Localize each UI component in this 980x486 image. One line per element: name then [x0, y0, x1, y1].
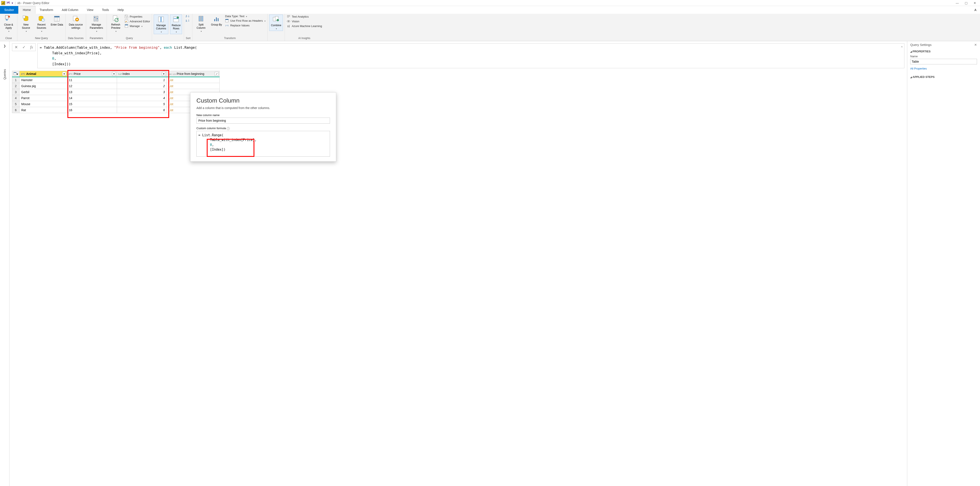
- split-column-button[interactable]: Split Column: [194, 14, 208, 33]
- row-number: 5: [12, 101, 19, 107]
- text-analytics-button[interactable]: Text Analytics: [286, 14, 322, 19]
- table-row[interactable]: 3Gerbil133List: [12, 89, 220, 95]
- cell-animal[interactable]: Mouse: [19, 101, 67, 107]
- col-header-price[interactable]: AᴮCPrice▼: [67, 71, 117, 77]
- manage-columns-button[interactable]: Manage Columns: [154, 14, 168, 34]
- close-window-button[interactable]: ✕: [974, 1, 976, 5]
- svg-rect-2: [4, 2, 4, 4]
- ribbon-group-ai: Text Analytics Vision Azure Machine Lear…: [285, 14, 324, 41]
- cell-index[interactable]: 1: [117, 77, 167, 83]
- col-header-index[interactable]: 1.2Index▼: [117, 71, 167, 77]
- tab-home[interactable]: Home: [18, 6, 35, 14]
- title-bar: ▾ | xb - Power Query Editor — ▢ ✕: [0, 0, 980, 6]
- aml-button[interactable]: Azure Machine Learning: [286, 24, 322, 28]
- cell-list[interactable]: List: [167, 83, 220, 89]
- vision-button[interactable]: Vision: [286, 19, 322, 23]
- cell-price[interactable]: 12: [67, 83, 117, 89]
- cell-index[interactable]: 6: [117, 107, 167, 113]
- close-settings-icon[interactable]: ✕: [974, 43, 977, 47]
- maximize-button[interactable]: ▢: [965, 1, 967, 5]
- filter-icon[interactable]: ▼: [112, 72, 116, 76]
- row-number: 3: [12, 89, 19, 95]
- cell-price[interactable]: 14: [67, 95, 117, 101]
- table-row[interactable]: 4Parrot144List: [12, 95, 220, 101]
- new-source-button[interactable]: New Source: [19, 14, 33, 33]
- fx-icon[interactable]: fx: [28, 45, 35, 49]
- formula-cancel-icon[interactable]: ✕: [12, 45, 20, 49]
- cell-price[interactable]: 16: [67, 107, 117, 113]
- filter-icon[interactable]: ▼: [62, 72, 66, 76]
- sort-desc-icon[interactable]: ZA: [186, 19, 191, 22]
- cell-index[interactable]: 3: [117, 89, 167, 95]
- group-label-columns-rows: [154, 36, 182, 41]
- data-type-button[interactable]: Data Type: Text: [225, 14, 266, 18]
- cell-animal[interactable]: Hamster: [19, 77, 67, 83]
- manage-button[interactable]: Manage: [124, 24, 150, 28]
- combine-button[interactable]: + Combine: [269, 14, 283, 31]
- query-name-input[interactable]: [910, 59, 977, 64]
- replace-values-button[interactable]: 12 Replace Values: [225, 24, 266, 27]
- table-row[interactable]: 1Hamster111List: [12, 77, 220, 83]
- sort-asc-icon[interactable]: AZ: [186, 14, 191, 17]
- recent-sources-button[interactable]: Recent Sources: [35, 14, 48, 33]
- expand-queries-icon[interactable]: ❯: [3, 44, 6, 48]
- table-row[interactable]: 6Rat166List: [12, 107, 220, 113]
- custom-column-dialog: Custom Column Add a column that is compu…: [190, 92, 336, 162]
- table-row[interactable]: 2Guinea pig122List: [12, 83, 220, 89]
- tab-file[interactable]: Soubor: [0, 6, 18, 14]
- cell-index[interactable]: 2: [117, 83, 167, 89]
- col-header-animal[interactable]: AᴮCAnimal▼: [19, 71, 67, 77]
- tab-help[interactable]: Help: [113, 6, 128, 14]
- info-icon[interactable]: i: [227, 127, 230, 130]
- table-row[interactable]: 5Mouse155List: [12, 101, 220, 107]
- cell-animal[interactable]: Gerbil: [19, 89, 67, 95]
- cell-animal[interactable]: Parrot: [19, 95, 67, 101]
- data-source-settings-button[interactable]: Data source settings: [67, 14, 84, 30]
- close-apply-button[interactable]: Close & Apply: [2, 14, 16, 33]
- reduce-rows-button[interactable]: + Reduce Rows: [170, 14, 182, 34]
- cell-index[interactable]: 4: [117, 95, 167, 101]
- table-corner-button[interactable]: ▾: [12, 71, 19, 77]
- collapse-ribbon-icon[interactable]: ⮝: [971, 6, 980, 14]
- tab-view[interactable]: View: [83, 6, 98, 14]
- new-column-name-input[interactable]: [196, 118, 330, 124]
- group-label-combine: [269, 36, 283, 41]
- svg-text:A: A: [186, 20, 187, 22]
- cell-price[interactable]: 15: [67, 101, 117, 107]
- dialog-subtitle: Add a column that is computed from the o…: [196, 106, 330, 110]
- advanced-editor-button[interactable]: Advanced Editor: [124, 19, 150, 23]
- all-properties-link[interactable]: All Properties: [910, 67, 927, 70]
- save-icon[interactable]: [6, 1, 10, 5]
- tab-tools[interactable]: Tools: [98, 6, 113, 14]
- qat-dropdown-icon[interactable]: ▾: [11, 1, 13, 5]
- name-label: Name: [910, 55, 977, 58]
- cell-list[interactable]: List: [167, 77, 220, 83]
- tab-add-column[interactable]: Add Column: [57, 6, 83, 14]
- refresh-preview-button[interactable]: Refresh Preview: [109, 14, 123, 33]
- properties-button[interactable]: Properties: [124, 14, 150, 19]
- filter-icon[interactable]: ▼: [162, 72, 166, 76]
- cell-animal[interactable]: Rat: [19, 107, 67, 113]
- queries-label[interactable]: Queries: [3, 69, 6, 79]
- formula-collapse-icon[interactable]: ⌃: [901, 45, 903, 51]
- cell-index[interactable]: 5: [117, 101, 167, 107]
- svg-rect-41: [199, 16, 200, 21]
- formula-text[interactable]: = Table.AddColumn(Table_with_index, "Pri…: [37, 43, 904, 68]
- enter-data-button[interactable]: Enter Data: [50, 14, 64, 26]
- properties-section[interactable]: PROPERTIES: [910, 50, 977, 53]
- svg-rect-48: [226, 19, 228, 20]
- group-by-button[interactable]: Group By: [210, 14, 223, 26]
- applied-steps-section[interactable]: APPLIED STEPS: [910, 75, 977, 79]
- formula-textarea[interactable]: = List.Range( Table_with_index[Price], 0…: [196, 131, 330, 157]
- tab-transform[interactable]: Transform: [35, 6, 57, 14]
- cell-price[interactable]: 11: [67, 77, 117, 83]
- formula-confirm-icon[interactable]: ✓: [20, 45, 28, 49]
- svg-text:+: +: [277, 19, 278, 21]
- col-header-price-from-beginning[interactable]: ABC 123Price from beginning⤢: [167, 71, 220, 77]
- cell-price[interactable]: 13: [67, 89, 117, 95]
- cell-animal[interactable]: Guinea pig: [19, 83, 67, 89]
- expand-column-icon[interactable]: ⤢: [215, 72, 218, 76]
- minimize-button[interactable]: —: [956, 1, 959, 5]
- first-row-headers-button[interactable]: Use First Row as Headers: [225, 19, 266, 22]
- manage-parameters-button[interactable]: Manage Parameters: [88, 14, 105, 33]
